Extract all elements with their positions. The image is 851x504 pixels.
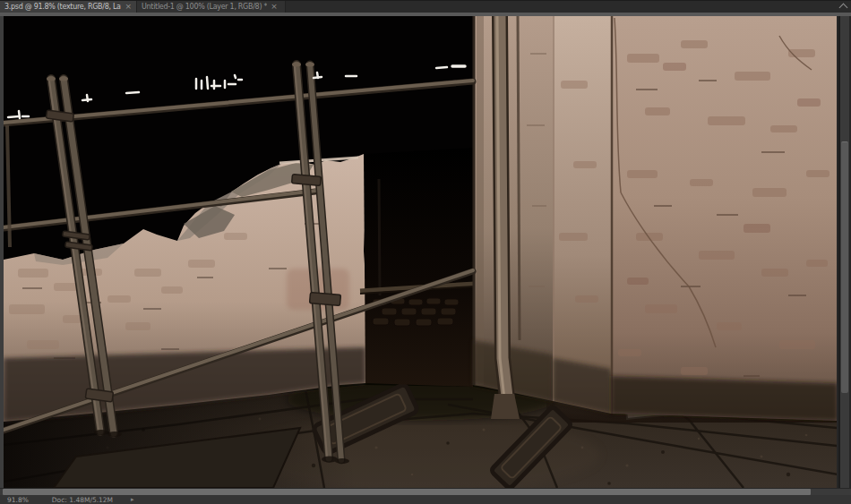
canvas-artwork [4,16,837,488]
tab-document-1-label: 3.psd @ 91.8% (texture, RGB/8, Layer Mas… [4,3,121,11]
horizontal-scrollbar-thumb[interactable] [3,489,811,495]
status-expand-icon[interactable]: ▸ [131,496,134,503]
tab-document-2[interactable]: Untitled-1 @ 100% (Layer 1, RGB/8) * × [137,1,286,13]
close-icon[interactable]: × [125,3,132,11]
tab-document-2-label: Untitled-1 @ 100% (Layer 1, RGB/8) * [142,3,267,11]
photoshop-window: 3.psd @ 91.8% (texture, RGB/8, Layer Mas… [0,0,851,504]
doorway-opening [360,148,475,387]
zoom-level-field[interactable]: 91.8% [7,496,29,504]
right-brick-wall [611,16,837,421]
vertical-scrollbar-thumb[interactable] [841,141,848,393]
tab-document-1[interactable]: 3.psd @ 91.8% (texture, RGB/8, Layer Mas… [0,1,137,13]
status-bar: 91.8% Doc: 1.48M/5.12M ▸ [0,495,851,504]
document-tab-bar: 3.psd @ 91.8% (texture, RGB/8, Layer Mas… [0,0,851,13]
horizontal-scrollbar[interactable] [0,489,851,495]
canvas-area[interactable] [4,16,837,488]
chevron-up-icon[interactable] [839,4,848,13]
corner-wall [553,16,611,414]
close-icon[interactable]: × [271,3,278,11]
vertical-scrollbar[interactable] [838,16,849,488]
document-size-indicator: Doc: 1.48M/5.12M [52,496,113,504]
pillar-wall [473,16,553,401]
